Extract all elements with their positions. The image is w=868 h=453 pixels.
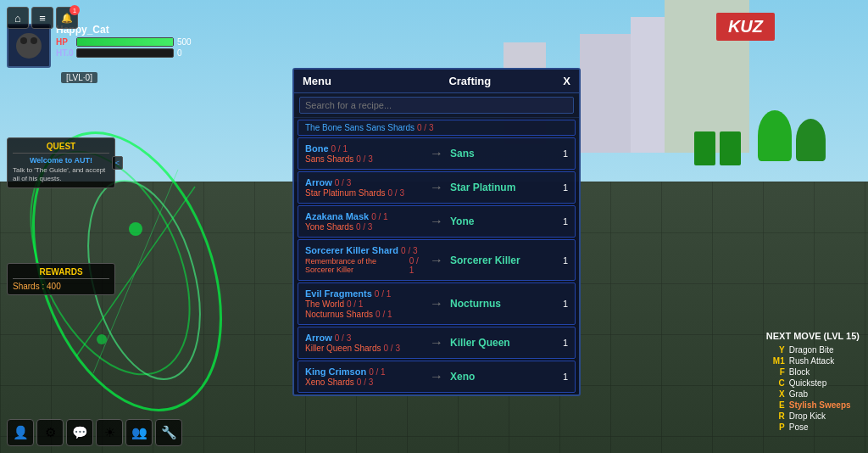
move-name-m1: Rush Attack	[789, 356, 834, 366]
move-row-y: Y Dragon Bite	[766, 345, 860, 355]
ingredient-row-remembrance: Remembrance of the Sorcerer Killer 0 / 1	[305, 256, 423, 275]
move-name-p: Pose	[789, 422, 809, 432]
recipe-list: The Bone Sans Sans Shards 0 / 3 Bone 0 /…	[294, 118, 579, 394]
rewards-title: REWARDS	[13, 267, 109, 279]
roblox-top-buttons: ⌂ ≡ 🔔 1	[7, 7, 78, 29]
result-yone-count: 1	[563, 216, 568, 226]
bottom-icon-tools[interactable]: 🔧	[155, 419, 182, 446]
tree-1	[758, 110, 792, 161]
recipe-item-partial[interactable]: The Bone Sans Sans Shards 0 / 3	[298, 120, 576, 136]
recipe-result-yone: Yone 1	[450, 215, 568, 227]
move-row-e: E Stylish Sweeps	[766, 400, 860, 410]
player-stats: Happy_Cat HP 500 HT.0 0	[56, 24, 192, 58]
ingredient-row-yone-shards: Yone Shards 0 / 3	[305, 222, 423, 232]
hp-bar-fill	[77, 38, 173, 46]
quest-title: QUEST	[13, 142, 109, 154]
result-sp-name: Star Platinum	[450, 182, 515, 193]
move-name-f: Block	[789, 367, 810, 377]
ingredient-arrow-kq-name: Arrow	[305, 333, 332, 343]
ht-value: 0	[177, 48, 182, 58]
roblox-menu-button[interactable]: ≡	[31, 7, 53, 29]
tree-2	[796, 119, 826, 161]
panel-close-button[interactable]: X	[554, 75, 570, 87]
quest-text: Talk to 'The Guide', and accept all of h…	[13, 166, 109, 184]
avatar-eye-left	[20, 37, 27, 44]
move-name-c: Quickstep	[789, 378, 826, 388]
bottom-icon-settings[interactable]: ⚙	[36, 419, 64, 446]
move-name-r: Drop Kick	[789, 411, 826, 421]
roblox-home-button[interactable]: ⌂	[7, 7, 29, 29]
ingredient-row-sp-shards: Star Platinum Shards 0 / 3	[305, 188, 423, 198]
crafting-panel: Menu Crafting X The Bone Sans Sans Shard…	[292, 68, 581, 396]
recipe-ingredients-yone: Azakana Mask 0 / 1 Yone Shards 0 / 3	[305, 211, 423, 232]
ingredient-remembrance-name: Remembrance of the Sorcerer Killer	[305, 257, 407, 274]
ingredient-row-nocturnus-shards: Nocturnus Shards 0 / 1	[305, 310, 423, 319]
partial-ingredients: The Bone Sans Sans Shards 0 / 3	[305, 123, 433, 132]
ingredient-kq-shards-name: Killer Queen Shards	[305, 344, 381, 353]
ingredient-row-azakana: Azakana Mask 0 / 1	[305, 211, 423, 221]
ingredient-king-crimson-name: King Crimson	[305, 366, 366, 377]
ingredient-row-sk-shard: Sorcerer Killer Shard 0 / 3	[305, 245, 423, 255]
move-key-e: E	[766, 400, 785, 410]
move-name-y: Dragon Bite	[789, 345, 834, 355]
bottom-icon-player[interactable]: 👤	[7, 419, 34, 446]
result-xeno-count: 1	[563, 372, 568, 382]
quest-panel: QUEST Welcome to AUT! Talk to 'The Guide…	[7, 137, 115, 188]
partial-ingredient-count: 0 / 3	[417, 123, 433, 132]
panel-title: Crafting	[387, 75, 554, 87]
ingredient-king-crimson-count: 0 / 1	[369, 367, 385, 377]
panel-menu-label: Menu	[303, 75, 387, 87]
ingredient-kq-shards-count: 0 / 3	[384, 344, 400, 353]
move-key-r: R	[766, 411, 785, 421]
recipe-ingredients-kq: Arrow 0 / 3 Killer Queen Shards 0 / 3	[305, 333, 423, 353]
recipe-item-sorcerer-killer[interactable]: Sorcerer Killer Shard 0 / 3 Remembrance …	[298, 239, 576, 281]
ingredient-yone-shards-count: 0 / 3	[356, 222, 372, 232]
partial-ingredient-row: The Bone Sans Sans Shards 0 / 3	[305, 123, 433, 132]
ingredient-sp-shards-name: Star Platinum Shards	[305, 188, 386, 198]
ingredient-row-the-world: The World 0 / 1	[305, 299, 423, 309]
recipe-arrow-sp: →	[430, 180, 443, 195]
ingredient-remembrance-count: 0 / 1	[409, 256, 423, 275]
recipe-item-star-platinum[interactable]: Arrow 0 / 3 Star Platinum Shards 0 / 3 →…	[298, 171, 576, 204]
partial-ingredient-name: The Bone Sans Sans Shards	[305, 123, 415, 132]
ingredient-yone-shards-name: Yone Shards	[305, 222, 353, 232]
recipe-result-sans: Sans 1	[450, 148, 568, 159]
result-sans-name: Sans	[450, 148, 475, 159]
recipe-item-sans[interactable]: Bone 0 / 1 Sans Shards 0 / 3 → Sans 1	[298, 137, 576, 170]
recipe-arrow-yone: →	[430, 214, 443, 229]
ingredient-xeno-shards-name: Xeno Shards	[305, 378, 354, 387]
next-move-title: NEXT MOVE (LVL 15)	[766, 331, 860, 341]
recipe-item-yone[interactable]: Azakana Mask 0 / 1 Yone Shards 0 / 3 → Y…	[298, 205, 576, 238]
recipe-item-xeno[interactable]: King Crimson 0 / 1 Xeno Shards 0 / 3 → X…	[298, 361, 576, 393]
quest-collapse-button[interactable]: <	[112, 156, 123, 170]
bin-1	[694, 131, 715, 165]
roblox-notification-button[interactable]: 🔔 1	[56, 7, 78, 29]
move-name-x: Grab	[789, 389, 808, 399]
search-input[interactable]	[299, 97, 574, 114]
result-nocturnus-name: Nocturnus	[450, 298, 501, 310]
ingredient-bone-name: Bone	[305, 143, 329, 154]
bottom-icon-group[interactable]: 👥	[125, 419, 153, 446]
hp-bar-container: HP 500	[56, 37, 192, 47]
ingredient-row-arrow-kq: Arrow 0 / 3	[305, 333, 423, 343]
avatar-head	[16, 33, 42, 59]
recipe-result-xeno: Xeno 1	[450, 371, 568, 383]
ingredient-row-king-crimson: King Crimson 0 / 1	[305, 366, 423, 377]
move-row-r: R Drop Kick	[766, 411, 860, 421]
move-key-p: P	[766, 422, 785, 432]
bottom-icon-sun[interactable]: ☀	[96, 419, 123, 446]
level-indicator: [LVL·0]	[61, 72, 97, 83]
bottom-icon-chat[interactable]: 💬	[66, 419, 93, 446]
recipe-ingredients-sans: Bone 0 / 1 Sans Shards 0 / 3	[305, 143, 423, 164]
recipe-ingredients-sk: Sorcerer Killer Shard 0 / 3 Remembrance …	[305, 245, 423, 275]
next-move-panel: NEXT MOVE (LVL 15) Y Dragon Bite M1 Rush…	[766, 331, 860, 433]
home-icon: ⌂	[14, 12, 21, 25]
recipe-item-nocturnus[interactable]: Evil Fragments 0 / 1 The World 0 / 1 Noc…	[298, 282, 576, 325]
ingredient-arrow-kq-count: 0 / 3	[335, 333, 351, 343]
recipe-result-sk: Sorcerer Killer 1	[450, 254, 568, 266]
recipe-result-sp: Star Platinum 1	[450, 182, 568, 193]
recipe-result-kq: Killer Queen 1	[450, 337, 568, 349]
recipe-result-nocturnus: Nocturnus 1	[450, 298, 568, 310]
ingredient-row-kq-shards: Killer Queen Shards 0 / 3	[305, 344, 423, 353]
recipe-item-killer-queen[interactable]: Arrow 0 / 3 Killer Queen Shards 0 / 3 → …	[298, 327, 576, 359]
